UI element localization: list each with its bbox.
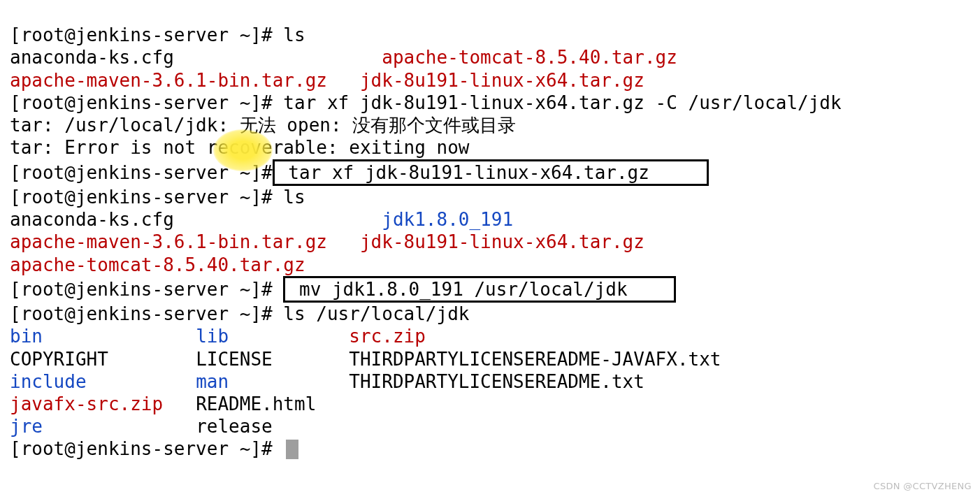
cursor-block <box>286 440 298 459</box>
tar-error-2: tar: Error is not recoverable: exiting n… <box>10 137 469 158</box>
file-thirdparty: THIRDPARTYLICENSEREADME.txt <box>349 371 644 392</box>
prompt-5: [root@jenkins-server ~]# mv jdk1.8.0_191… <box>10 279 676 300</box>
file-maven-archive: apache-maven-3.6.1-bin.tar.gz <box>10 70 327 91</box>
file-readme: README.html <box>196 393 316 414</box>
file-srczip: src.zip <box>349 326 426 347</box>
dir-include: include <box>10 371 87 392</box>
highlight-box-tar: tar xf jdk-8u191-linux-x64.tar.gz <box>273 159 709 186</box>
dir-jdk-extracted: jdk1.8.0_191 <box>382 209 513 230</box>
dir-lib: lib <box>196 326 229 347</box>
ls-row-3: anaconda-ks.cfg jdk1.8.0_191 <box>10 209 513 230</box>
file-license: LICENSE <box>196 349 273 370</box>
file-anaconda: anaconda-ks.cfg <box>10 47 174 68</box>
terminal-output: [root@jenkins-server ~]# ls anaconda-ks.… <box>0 0 980 461</box>
prompt-2: [root@jenkins-server ~]# tar xf jdk-8u19… <box>10 92 842 113</box>
prompt-4: [root@jenkins-server ~]# ls <box>10 187 305 208</box>
prompt-3: [root@jenkins-server ~]# tar xf jdk-8u19… <box>10 162 709 183</box>
ls-row-5: apache-tomcat-8.5.40.tar.gz <box>10 254 305 275</box>
jdk-row-3: include man THIRDPARTYLICENSEREADME.txt <box>10 371 644 392</box>
dir-bin: bin <box>10 326 43 347</box>
jdk-row-5: jre release <box>10 416 273 437</box>
prompt-6: [root@jenkins-server ~]# ls /usr/local/j… <box>10 303 469 324</box>
prompt-7[interactable]: [root@jenkins-server ~]# <box>10 438 298 459</box>
ls-row-4: apache-maven-3.6.1-bin.tar.gz jdk-8u191-… <box>10 231 644 252</box>
file-javafx-src: javafx-src.zip <box>10 393 163 414</box>
file-release: release <box>196 416 273 437</box>
file-thirdparty-fx: THIRDPARTYLICENSEREADME-JAVAFX.txt <box>349 349 721 370</box>
file-jdk-archive: jdk-8u191-linux-x64.tar.gz <box>360 70 644 91</box>
jdk-row-4: javafx-src.zip README.html <box>10 393 316 414</box>
file-maven-archive-2: apache-maven-3.6.1-bin.tar.gz <box>10 231 327 252</box>
jdk-row-1: bin lib src.zip <box>10 326 426 347</box>
watermark-label: CSDN @CCTVZHENG <box>874 481 972 492</box>
file-tomcat-archive-2: apache-tomcat-8.5.40.tar.gz <box>10 254 305 275</box>
prompt-1: [root@jenkins-server ~]# ls <box>10 24 305 45</box>
file-tomcat-archive: apache-tomcat-8.5.40.tar.gz <box>382 47 677 68</box>
ls-row-2: apache-maven-3.6.1-bin.tar.gz jdk-8u191-… <box>10 70 644 91</box>
tar-error-1: tar: /usr/local/jdk: 无法 open: 没有那个文件或目录 <box>10 115 516 136</box>
highlight-box-mv: mv jdk1.8.0_191 /usr/local/jdk <box>283 276 676 303</box>
ls-row-1: anaconda-ks.cfg apache-tomcat-8.5.40.tar… <box>10 47 677 68</box>
jdk-row-2: COPYRIGHT LICENSE THIRDPARTYLICENSEREADM… <box>10 349 721 370</box>
file-anaconda-2: anaconda-ks.cfg <box>10 209 174 230</box>
dir-jre: jre <box>10 416 43 437</box>
file-jdk-archive-2: jdk-8u191-linux-x64.tar.gz <box>360 231 644 252</box>
dir-man: man <box>196 371 229 392</box>
file-copyright: COPYRIGHT <box>10 349 108 370</box>
